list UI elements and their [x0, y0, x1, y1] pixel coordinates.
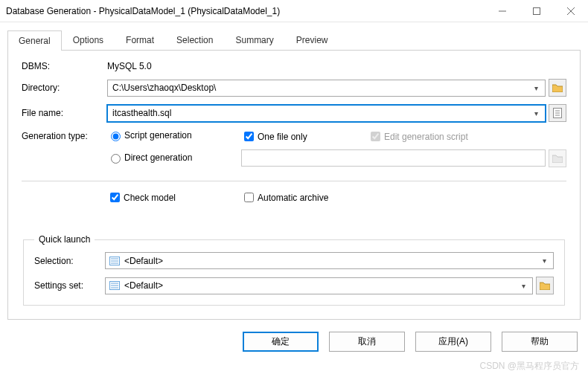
- script-generation-radio[interactable]: Script generation: [107, 129, 192, 141]
- close-button[interactable]: [554, 0, 588, 22]
- tab-options[interactable]: Options: [62, 30, 115, 50]
- ql-settings-value: <Default>: [124, 280, 517, 291]
- watermark: CSDN @黑马程序员官方: [479, 360, 579, 373]
- filename-browse-button[interactable]: [549, 104, 566, 122]
- filename-label: File name:: [22, 108, 107, 118]
- chevron-down-icon[interactable]: ▾: [517, 282, 529, 290]
- list-icon: [109, 280, 121, 291]
- maximize-button[interactable]: [520, 0, 554, 22]
- browse-folder-button[interactable]: [549, 79, 566, 97]
- ql-selection-value: <Default>: [124, 256, 538, 266]
- minimize-button[interactable]: [485, 0, 520, 22]
- directory-combo[interactable]: ▾: [107, 80, 546, 97]
- filename-input[interactable]: [111, 107, 530, 119]
- edit-script-check: Edit generation script: [368, 129, 468, 144]
- dbms-value: MySQL 5.0: [107, 61, 566, 71]
- auto-archive-check[interactable]: Automatic archive: [241, 190, 328, 204]
- ql-selection-label: Selection:: [34, 256, 105, 266]
- tabs: General Options Format Selection Summary…: [7, 30, 581, 51]
- list-icon: [109, 255, 121, 267]
- chevron-down-icon[interactable]: ▾: [530, 109, 542, 117]
- chevron-down-icon[interactable]: ▾: [530, 84, 542, 92]
- quick-launch-group: Quick launch Selection: <Default> ▾ Sett…: [23, 234, 565, 306]
- tab-preview[interactable]: Preview: [285, 30, 339, 50]
- quick-launch-legend: Quick launch: [34, 234, 95, 245]
- titlebar: Database Generation - PhysicalDataModel_…: [0, 0, 588, 22]
- general-panel: DBMS: MySQL 5.0 Directory: ▾ File name: …: [7, 51, 581, 320]
- direct-browse-button: [549, 149, 566, 167]
- direct-generation-input[interactable]: [241, 149, 546, 167]
- folder-icon: [552, 83, 563, 92]
- tab-selection[interactable]: Selection: [165, 30, 224, 50]
- apply-button[interactable]: 应用(A): [415, 332, 491, 352]
- ql-settings-browse-button[interactable]: [536, 277, 554, 294]
- folder-icon: [552, 154, 563, 163]
- help-button[interactable]: 帮助: [502, 332, 578, 352]
- divider: [22, 181, 566, 181]
- ok-button[interactable]: 确定: [243, 332, 319, 352]
- ql-selection-combo[interactable]: <Default> ▾: [105, 252, 554, 269]
- window-controls: [485, 0, 588, 22]
- direct-generation-radio[interactable]: Direct generation: [107, 152, 192, 164]
- chevron-down-icon[interactable]: ▾: [538, 257, 550, 265]
- dbms-label: DBMS:: [22, 61, 107, 71]
- directory-label: Directory:: [22, 83, 107, 93]
- svg-rect-1: [534, 7, 540, 14]
- ql-settings-combo[interactable]: <Default> ▾: [105, 277, 533, 294]
- directory-input[interactable]: [111, 82, 530, 94]
- gentype-label: Generation type:: [22, 129, 107, 141]
- filename-combo[interactable]: ▾: [107, 105, 546, 122]
- window-title: Database Generation - PhysicalDataModel_…: [6, 6, 485, 16]
- check-model-check[interactable]: Check model: [107, 190, 176, 204]
- tab-general[interactable]: General: [7, 30, 62, 51]
- tab-summary[interactable]: Summary: [224, 30, 284, 50]
- one-file-only-check[interactable]: One file only: [241, 129, 307, 144]
- document-icon: [553, 108, 562, 118]
- ql-settings-label: Settings set:: [34, 280, 105, 291]
- dialog-footer: 确定 取消 应用(A) 帮助: [0, 327, 588, 352]
- cancel-button[interactable]: 取消: [329, 332, 405, 352]
- folder-icon: [540, 281, 550, 290]
- tab-format[interactable]: Format: [115, 30, 165, 50]
